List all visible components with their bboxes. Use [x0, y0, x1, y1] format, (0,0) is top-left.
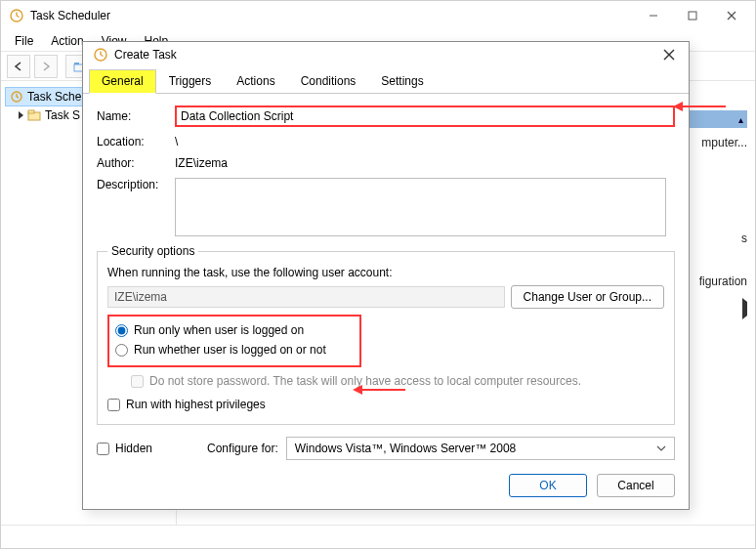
forward-button[interactable]: [34, 55, 58, 78]
logon-radio-group: Run only when user is logged on Run whet…: [107, 315, 361, 367]
create-task-dialog: Create Task General Triggers Actions Con…: [82, 41, 690, 510]
column-header[interactable]: ▴: [687, 110, 747, 128]
security-when-running: When running the task, use the following…: [107, 266, 664, 279]
dialog-title: Create Task: [114, 48, 655, 62]
dialog-tabs: General Triggers Actions Conditions Sett…: [83, 66, 689, 94]
no-store-password-checkbox: [131, 375, 144, 388]
security-options: Security options When running the task, …: [97, 244, 675, 425]
tab-conditions[interactable]: Conditions: [288, 69, 369, 94]
tab-general[interactable]: General: [89, 69, 156, 94]
clock-icon: [9, 8, 24, 23]
radio-whether[interactable]: Run whether user is logged on or not: [115, 340, 352, 359]
security-legend: Security options: [107, 244, 198, 258]
chevron-down-icon: [656, 445, 666, 451]
change-user-button[interactable]: Change User or Group...: [511, 285, 664, 309]
radio-whether-input[interactable]: [115, 344, 128, 357]
label-name: Name:: [97, 109, 175, 123]
svg-rect-14: [28, 110, 34, 113]
configure-for-value: Windows Vista™, Windows Server™ 2008: [295, 442, 517, 455]
tab-triggers[interactable]: Triggers: [156, 69, 225, 94]
radio-logged-on-label: Run only when user is logged on: [134, 323, 304, 337]
close-button[interactable]: [712, 2, 751, 29]
configure-for-label: Configure for:: [207, 442, 278, 455]
radio-whether-label: Run whether user is logged on or not: [134, 343, 326, 357]
svg-line-17: [101, 55, 104, 57]
minimize-button[interactable]: [634, 2, 673, 29]
right-text-3: figuration: [699, 274, 747, 288]
tree-child-label: Task S: [45, 108, 80, 122]
ok-button[interactable]: OK: [509, 474, 587, 497]
cancel-button[interactable]: Cancel: [597, 474, 675, 497]
svg-rect-8: [74, 63, 79, 64]
dialog-titlebar: Create Task: [83, 42, 689, 66]
tab-settings[interactable]: Settings: [368, 69, 436, 94]
right-text-1: mputer...: [701, 136, 747, 149]
main-titlebar: Task Scheduler: [1, 1, 755, 30]
radio-logged-on-input[interactable]: [115, 324, 128, 337]
label-author: Author:: [97, 156, 175, 170]
svg-line-12: [17, 97, 19, 98]
label-location: Location:: [97, 135, 175, 148]
dialog-close-button[interactable]: [655, 43, 683, 66]
hidden-label: Hidden: [115, 442, 152, 455]
account-display: IZE\izema: [107, 286, 505, 308]
configure-for-select[interactable]: Windows Vista™, Windows Server™ 2008: [286, 437, 675, 460]
expand-icon: [19, 111, 23, 119]
highest-privileges-label: Run with highest privileges: [126, 398, 266, 411]
name-input[interactable]: [175, 106, 675, 127]
clock-icon: [10, 90, 23, 104]
dialog-body: Name: Location: \ Author: IZE\izema Desc…: [83, 94, 689, 468]
dialog-buttons: OK Cancel: [83, 468, 689, 509]
back-button[interactable]: [7, 55, 30, 78]
tree-root-label: Task Sche: [27, 90, 81, 104]
radio-logged-on[interactable]: Run only when user is logged on: [115, 320, 352, 340]
clock-icon: [93, 47, 108, 63]
main-title: Task Scheduler: [30, 9, 634, 22]
value-location: \: [175, 135, 675, 148]
value-author: IZE\izema: [175, 156, 675, 170]
statusbar: [1, 525, 755, 548]
window-controls: [634, 2, 751, 29]
no-store-password-label: Do not store password. The task will onl…: [149, 374, 581, 388]
highest-privileges-checkbox[interactable]: [107, 399, 120, 411]
highest-privileges-row[interactable]: Run with highest privileges: [107, 395, 664, 414]
svg-line-2: [17, 16, 20, 18]
description-input[interactable]: [175, 178, 666, 236]
label-description: Description:: [97, 178, 175, 191]
hidden-checkbox[interactable]: [97, 443, 109, 455]
menu-file[interactable]: File: [7, 32, 41, 50]
right-arrow-icon: [742, 302, 747, 316]
folder-icon: [27, 109, 41, 121]
no-store-password-row: Do not store password. The task will onl…: [131, 367, 664, 395]
tab-actions[interactable]: Actions: [224, 69, 287, 94]
svg-rect-4: [689, 12, 696, 20]
hidden-row[interactable]: Hidden: [97, 439, 152, 458]
maximize-button[interactable]: [673, 2, 712, 29]
right-text-2: s: [741, 232, 747, 245]
